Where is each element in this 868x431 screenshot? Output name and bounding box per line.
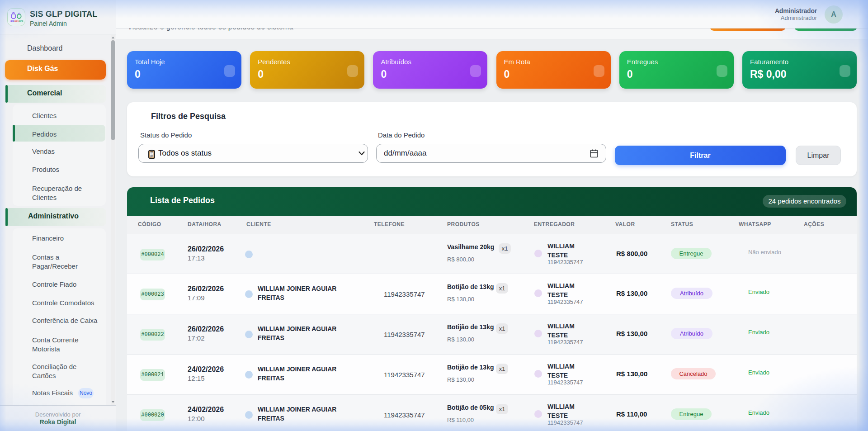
svg-text:ads: ads [14,19,19,22]
svg-text:glp: glp [10,19,14,22]
svg-text:pro: pro [19,19,24,22]
